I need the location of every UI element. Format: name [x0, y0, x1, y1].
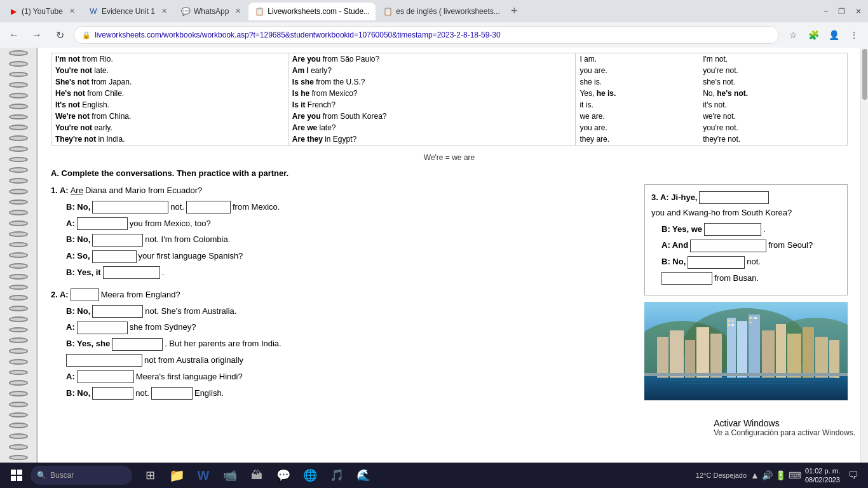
bookmark-icon[interactable]: ☆ — [784, 26, 802, 44]
spiral-coil — [9, 295, 28, 301]
grammar-neg2-cell: they're not. — [699, 133, 847, 146]
svg-rect-29 — [682, 383, 810, 384]
ex2-input-7[interactable] — [92, 387, 133, 400]
ex3-input-2[interactable] — [704, 223, 761, 236]
close-icon[interactable]: ✕ — [851, 6, 865, 17]
battery-icon[interactable]: 🔋 — [775, 470, 786, 480]
taskbar-app-chrome[interactable]: 🌐 — [297, 463, 323, 488]
start-button[interactable] — [5, 464, 28, 487]
ex1-b3-dot: . — [162, 266, 165, 280]
grammar-neg2-cell: No, he's not. — [699, 88, 847, 99]
spiral-coil — [9, 391, 28, 396]
tab-liveworksheets2[interactable]: 📋 es de inglés ( liveworksheets... ✕ — [377, 3, 504, 20]
ex2-input-4[interactable] — [112, 338, 163, 351]
restore-icon[interactable]: ❐ — [834, 6, 849, 17]
spiral-coil — [9, 327, 28, 333]
ex1-input-2[interactable] — [186, 201, 231, 214]
taskbar-search-text: Buscar — [50, 471, 74, 480]
tab-evidence[interactable]: W Evidence Unit 1 ✕ — [83, 3, 173, 20]
svg-rect-31 — [17, 470, 22, 475]
tab-liveworksheets1[interactable]: 📋 Liveworksheets.com - Stude... ✕ — [248, 3, 376, 20]
ex3-input-3[interactable] — [690, 240, 766, 252]
notification-button[interactable]: 🗨 — [844, 466, 863, 485]
tab-evidence-close[interactable]: ✕ — [161, 7, 167, 15]
ex3-input-4[interactable] — [688, 256, 745, 269]
back-button[interactable]: ← — [5, 26, 23, 44]
ex3-input-1[interactable] — [699, 191, 769, 204]
svg-rect-16 — [731, 324, 734, 326]
ex2-input-3[interactable] — [77, 322, 128, 334]
ex3-input-5[interactable] — [661, 272, 712, 285]
menu-icon[interactable]: ⋮ — [845, 26, 863, 44]
grammar-note: We're = we are — [51, 153, 848, 162]
exercise-1-num: 1. A: Are Diana and Mario from Ecuador? — [51, 184, 634, 198]
exercise-3-box: 3. A: Ji-hye, you and Kwang-ho from Sout… — [644, 184, 848, 295]
refresh-button[interactable]: ↻ — [51, 26, 69, 44]
profile-icon[interactable]: 👤 — [825, 26, 843, 44]
new-tab-button[interactable]: + — [505, 3, 523, 20]
svg-rect-11 — [737, 321, 747, 378]
svg-rect-33 — [17, 476, 22, 481]
svg-rect-9 — [710, 334, 722, 378]
ex1-input-6[interactable] — [103, 266, 160, 279]
scrollbar-thumb[interactable] — [862, 49, 867, 100]
ex1-a2-label: A: — [66, 217, 75, 231]
tab-whatsapp-close[interactable]: ✕ — [235, 7, 241, 15]
taskbar-app-explorer[interactable]: 📁 — [164, 463, 189, 488]
taskbar-app-edge[interactable]: 🌊 — [351, 463, 376, 488]
taskbar-search[interactable]: 🔍 Buscar — [31, 466, 132, 485]
ex2-a1-text: Meera from England? — [101, 288, 180, 302]
ex2-input-1[interactable] — [71, 288, 99, 301]
network-icon[interactable]: ▲ — [750, 470, 759, 480]
spiral-coil — [9, 412, 28, 418]
taskbar-app-spotify[interactable]: 🎵 — [324, 463, 349, 488]
ex2-input-6[interactable] — [77, 370, 134, 383]
ex2-input-2[interactable] — [92, 305, 143, 318]
grammar-affirm-cell: I am. — [576, 53, 699, 65]
spiral-coil — [9, 455, 28, 461]
taskbar-clock[interactable]: 01:02 p. m. 08/02/2023 — [805, 466, 840, 485]
spiral-coil — [9, 444, 28, 450]
grammar-neg2-cell: we're not. — [699, 111, 847, 122]
ex1-input-3[interactable] — [77, 217, 128, 230]
ex2-line-b1: B: No, not. She's from Australia. — [66, 305, 634, 318]
forward-button[interactable]: → — [28, 26, 46, 44]
taskbar-app-zoom[interactable]: 📹 — [217, 463, 243, 488]
taskbar-app-unknown[interactable]: 🏔 — [244, 463, 269, 488]
ex2-line-a2: A: she from Sydney? — [66, 321, 634, 334]
ex2-b3-not: not. — [135, 387, 149, 400]
weather-temp: 12°C Despejado — [696, 471, 747, 479]
tab-whatsapp[interactable]: 💬 WhatsApp ✕ — [175, 3, 247, 20]
ex1-input-5[interactable] — [92, 250, 137, 263]
volume-icon[interactable]: 🔊 — [762, 470, 773, 480]
svg-rect-10 — [727, 318, 736, 378]
liveworksheets1-favicon-icon: 📋 — [255, 7, 264, 16]
grammar-q-cell: Are you from São Paulo? — [288, 53, 576, 65]
exercise-2: 2. A: Meera from England? B: No, not. Sh… — [51, 288, 634, 400]
taskbar-app-whatsapp[interactable]: 💬 — [271, 463, 296, 488]
svg-rect-25 — [829, 340, 839, 378]
extensions-icon[interactable]: 🧩 — [804, 26, 822, 44]
ex1-line-b3: B: Yes, it . — [66, 266, 634, 280]
taskbar-app-word[interactable]: W — [191, 463, 216, 488]
ex1-input-1[interactable] — [92, 201, 168, 214]
minimize-icon[interactable]: − — [820, 6, 832, 17]
tab-bar: ▶ (1) YouTube ✕ W Evidence Unit 1 ✕ 💬 Wh… — [0, 0, 868, 22]
ex2-input-5[interactable] — [66, 354, 142, 367]
url-bar[interactable]: 🔒 liveworksheets.com/workbooks/workbook.… — [74, 26, 779, 44]
spiral-coil — [9, 114, 28, 120]
spiral-coil — [9, 72, 28, 78]
whatsapp-favicon-icon: 💬 — [181, 7, 190, 16]
tab-youtube[interactable]: ▶ (1) YouTube ✕ — [3, 3, 81, 20]
svg-rect-4 — [644, 375, 848, 400]
ex1-input-4[interactable] — [92, 234, 143, 247]
taskbar-app-task-view[interactable]: ⊞ — [137, 463, 163, 488]
keyboard-icon[interactable]: ⌨ — [789, 470, 801, 480]
tab-youtube-close[interactable]: ✕ — [69, 7, 75, 15]
ex2-input-8[interactable] — [151, 387, 193, 400]
scrollbar[interactable] — [860, 48, 868, 463]
grammar-neg2-cell: it's not. — [699, 99, 847, 111]
ex2-a3-label: A: — [66, 370, 75, 384]
tab-liveworksheets1-label: Liveworksheets.com - Stude... — [268, 7, 370, 16]
ex3-b1-label: B: Yes, we — [661, 223, 702, 236]
